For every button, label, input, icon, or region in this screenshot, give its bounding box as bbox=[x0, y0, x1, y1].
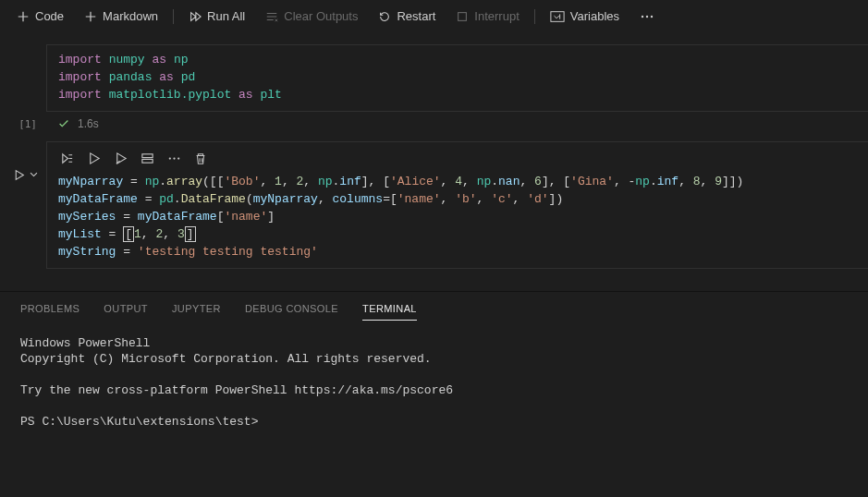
code-token: . bbox=[159, 175, 166, 188]
code-token: columns bbox=[333, 192, 384, 206]
code-token: = bbox=[123, 175, 144, 188]
execute-above-button[interactable] bbox=[114, 152, 128, 165]
code-token: np bbox=[477, 175, 492, 188]
code-token: . bbox=[491, 175, 498, 188]
code-token: 'd' bbox=[527, 192, 548, 206]
code-token: myDataFrame bbox=[58, 192, 138, 206]
code-token: myNparray bbox=[253, 192, 318, 206]
interrupt-label: Interrupt bbox=[474, 9, 519, 23]
code-token: , bbox=[260, 175, 275, 188]
add-code-button[interactable]: Code bbox=[9, 6, 71, 27]
code-token: , bbox=[679, 175, 693, 188]
code-token: 'name' bbox=[397, 192, 441, 206]
panel-tabs: PROBLEMS OUTPUT JUPYTER DEBUG CONSOLE TE… bbox=[20, 303, 848, 321]
code-token: as bbox=[238, 88, 253, 102]
code-token: 4 bbox=[455, 175, 462, 188]
tab-output[interactable]: OUTPUT bbox=[104, 303, 148, 321]
code-token: =[ bbox=[383, 192, 397, 206]
execute-cell-button[interactable] bbox=[87, 152, 101, 165]
code-token: import bbox=[58, 70, 102, 84]
toolbar-separator bbox=[534, 9, 535, 24]
tab-jupyter[interactable]: JUPYTER bbox=[172, 303, 221, 321]
code-token: ([[ bbox=[202, 175, 224, 188]
interrupt-button[interactable]: Interrupt bbox=[448, 6, 526, 27]
code-token: = bbox=[102, 227, 123, 241]
terminal-line: Try the new cross-platform PowerShell ht… bbox=[20, 383, 453, 397]
code-token: as bbox=[159, 70, 174, 84]
code-token: , bbox=[477, 192, 492, 206]
bracket-highlight: ] bbox=[185, 226, 196, 242]
terminal-line: Windows PowerShell bbox=[20, 336, 150, 350]
tab-debug-console[interactable]: DEBUG CONSOLE bbox=[245, 303, 338, 321]
restart-icon bbox=[378, 10, 391, 23]
clear-outputs-label: Clear Outputs bbox=[284, 9, 358, 23]
code-token: DataFrame bbox=[181, 192, 246, 206]
more-actions-button[interactable] bbox=[632, 6, 662, 27]
svg-point-8 bbox=[173, 157, 175, 159]
cell-toolbar bbox=[58, 148, 857, 173]
code-token: np bbox=[174, 53, 189, 67]
add-markdown-button[interactable]: Markdown bbox=[77, 6, 165, 27]
code-token: 'name' bbox=[224, 210, 267, 224]
restart-button[interactable]: Restart bbox=[371, 6, 443, 27]
code-token: import bbox=[58, 88, 102, 102]
tab-terminal[interactable]: TERMINAL bbox=[362, 303, 417, 321]
code-token: inf bbox=[339, 175, 361, 188]
code-token: import bbox=[58, 53, 102, 67]
code-token: 3 bbox=[177, 227, 185, 241]
plus-icon bbox=[84, 10, 97, 23]
clear-outputs-button[interactable]: Clear Outputs bbox=[258, 6, 365, 27]
variables-button[interactable]: Variables bbox=[543, 6, 627, 27]
code-token: numpy bbox=[109, 53, 145, 67]
code-token: 1 bbox=[134, 227, 141, 241]
ellipsis-icon bbox=[640, 10, 654, 23]
restart-label: Restart bbox=[397, 9, 435, 23]
code-token: , bbox=[303, 175, 318, 188]
code-token: , bbox=[441, 192, 456, 206]
plus-icon bbox=[17, 10, 30, 23]
chevron-down-icon[interactable] bbox=[29, 169, 39, 179]
execution-count: [1] bbox=[0, 118, 46, 130]
code-token: , bbox=[520, 175, 534, 188]
svg-point-2 bbox=[642, 15, 643, 17]
svg-point-4 bbox=[651, 15, 653, 17]
code-token: myString bbox=[58, 245, 116, 259]
cell-status-row: [1] 1.6s bbox=[0, 117, 868, 130]
code-token: plt bbox=[260, 88, 281, 102]
run-by-line-button[interactable] bbox=[60, 152, 74, 165]
run-cell-icon[interactable] bbox=[13, 169, 25, 181]
code-token: , bbox=[163, 227, 177, 241]
add-markdown-label: Markdown bbox=[103, 9, 158, 23]
code-cell[interactable]: import numpy as np import pandas as pd i… bbox=[0, 44, 868, 112]
code-token: array bbox=[166, 175, 202, 188]
cell-gutter bbox=[0, 44, 46, 112]
svg-rect-1 bbox=[551, 11, 564, 21]
svg-rect-0 bbox=[458, 12, 467, 20]
svg-rect-5 bbox=[142, 154, 153, 158]
code-token: 'c' bbox=[491, 192, 512, 206]
code-token: inf bbox=[657, 175, 679, 188]
code-token: , bbox=[441, 175, 456, 188]
more-cell-actions-button[interactable] bbox=[167, 152, 181, 165]
tab-problems[interactable]: PROBLEMS bbox=[20, 303, 79, 321]
svg-point-3 bbox=[646, 15, 648, 17]
split-cell-button[interactable] bbox=[141, 152, 154, 165]
code-token: , bbox=[513, 192, 528, 206]
cell-editor[interactable]: myNparray = np.array([['Bob', 1, 2, np.i… bbox=[46, 141, 868, 269]
code-cell[interactable]: myNparray = np.array([['Bob', 1, 2, np.i… bbox=[0, 141, 868, 269]
variables-label: Variables bbox=[570, 9, 619, 23]
notebook-toolbar: Code Markdown Run All Clear Outputs Rest… bbox=[0, 0, 868, 33]
code-token: = bbox=[116, 245, 137, 259]
clear-outputs-icon bbox=[265, 10, 278, 23]
delete-cell-button[interactable] bbox=[194, 152, 207, 165]
code-token: ], [ bbox=[361, 175, 390, 188]
add-code-label: Code bbox=[35, 9, 64, 23]
run-all-button[interactable]: Run All bbox=[181, 6, 252, 27]
terminal-output[interactable]: Windows PowerShell Copyright (C) Microso… bbox=[20, 335, 848, 430]
code-token: np bbox=[635, 175, 650, 188]
cell-editor[interactable]: import numpy as np import pandas as pd i… bbox=[46, 44, 868, 112]
svg-point-9 bbox=[177, 157, 179, 159]
code-token: mySeries bbox=[58, 210, 116, 224]
run-all-label: Run All bbox=[207, 9, 245, 23]
bracket-highlight: [ bbox=[123, 226, 134, 242]
